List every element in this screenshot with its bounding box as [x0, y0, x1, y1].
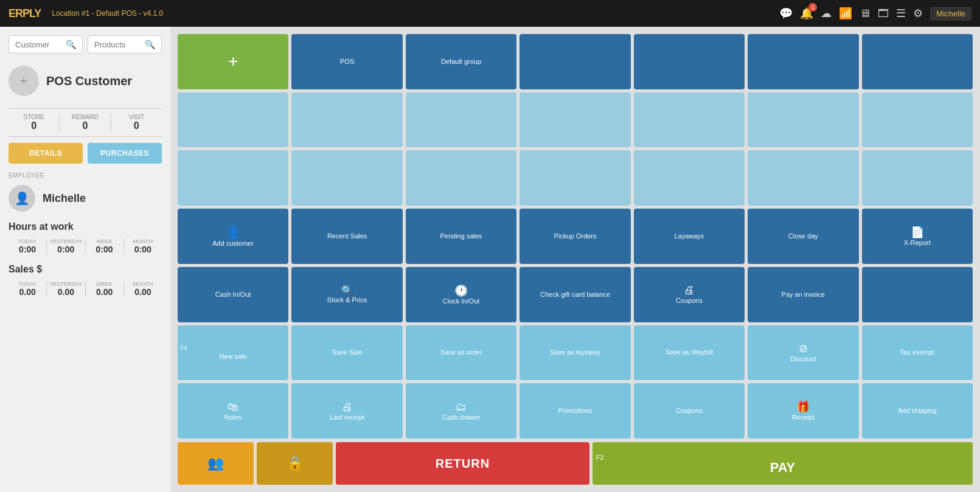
- user-menu[interactable]: Michelle: [930, 7, 971, 21]
- grid-r1-c6[interactable]: [748, 34, 858, 89]
- hours-today-value: 0:00: [9, 244, 46, 254]
- settings-icon[interactable]: ⚙: [913, 7, 923, 20]
- sales-stats: TODAY 0.00 YESTERDAY 0.00 WEEK 0.00 MONT…: [9, 281, 162, 297]
- customer-search-icon: 🔍: [66, 40, 76, 49]
- pay-label: PAY: [770, 460, 796, 476]
- add-shipping-button[interactable]: Add shipping: [862, 383, 973, 438]
- grid-r2-c6[interactable]: [748, 92, 858, 148]
- save-as-waybill-button[interactable]: Save as Waybill: [634, 325, 745, 381]
- notes-button[interactable]: 🛍 Notes: [178, 383, 288, 438]
- customer-search-box[interactable]: 🔍: [9, 35, 83, 54]
- pickup-orders-button[interactable]: Pickup Orders: [520, 209, 630, 264]
- return-button[interactable]: RETURN: [336, 442, 589, 485]
- store-value: 0: [9, 120, 59, 131]
- products-search-icon: 🔍: [145, 40, 155, 49]
- close-day-button[interactable]: Close day: [748, 209, 858, 264]
- default-group-button[interactable]: Default group: [406, 34, 516, 89]
- grid-row-4: 👤 Add customer Recent Sales Pending sale…: [178, 209, 973, 264]
- sales-month-value: 0.00: [124, 287, 162, 297]
- reward-stat: REWARD 0: [60, 114, 111, 131]
- check-gift-card-button[interactable]: Check gift card balance: [520, 267, 630, 322]
- save-as-layaway-button[interactable]: Save as layaway: [520, 325, 630, 381]
- products-search-box[interactable]: 🔍: [88, 35, 162, 54]
- grid-r3-c1[interactable]: [178, 150, 288, 206]
- screen-icon[interactable]: 🖥: [860, 7, 871, 20]
- cloud-icon[interactable]: ☁: [821, 7, 832, 20]
- promotions-button[interactable]: Promotions: [520, 383, 630, 438]
- cash-inout-button[interactable]: Cash In/Out: [178, 267, 288, 322]
- visit-label: VISIT: [111, 114, 162, 120]
- grid-r3-c2[interactable]: [291, 150, 402, 206]
- recent-sales-button[interactable]: Recent Sales: [291, 209, 402, 264]
- pay-button[interactable]: F2 PAY: [593, 442, 973, 485]
- main-layout: 🔍 🔍 + POS Customer STORE 0 REWARD 0 VISI…: [0, 27, 980, 492]
- receipt-button[interactable]: 🎁 Receipt: [748, 383, 858, 438]
- grid-r2-c1[interactable]: [178, 92, 288, 148]
- store-stat: STORE 0: [9, 114, 60, 131]
- sales-today-label: TODAY: [9, 281, 46, 287]
- right-panel: + POS Default group: [170, 27, 980, 492]
- layaways-button[interactable]: Layaways: [634, 209, 745, 264]
- x-report-button[interactable]: 📄 X-Report: [862, 209, 973, 264]
- pending-sales-button[interactable]: Pending sales: [406, 209, 516, 264]
- left-panel: 🔍 🔍 + POS Customer STORE 0 REWARD 0 VISI…: [0, 27, 170, 492]
- grid-row-6: F4 New sale Save Sale Save as order Save…: [178, 325, 973, 381]
- grid-r2-c5[interactable]: [634, 92, 745, 148]
- stock-price-icon: 🔍: [341, 285, 353, 296]
- sales-week: WEEK 0.00: [86, 281, 124, 297]
- grid-r3-c4[interactable]: [520, 150, 630, 206]
- add-customer-icon: 👤: [226, 225, 241, 240]
- grid-r3-c7[interactable]: [862, 150, 973, 206]
- grid-r2-c4[interactable]: [520, 92, 630, 148]
- coupons-print-button[interactable]: 🖨 Coupons: [634, 267, 745, 322]
- discount-icon: ⊘: [799, 342, 808, 355]
- clock-inout-button[interactable]: 🕐 Clock In/Out: [406, 267, 516, 322]
- browser-icon[interactable]: 🗔: [878, 7, 889, 20]
- grid-r2-c3[interactable]: [406, 92, 516, 148]
- sales-month: MONTH 0.00: [124, 281, 162, 297]
- menu-icon[interactable]: ☰: [896, 7, 906, 20]
- hours-month-value: 0:00: [124, 244, 162, 254]
- hours-month-label: MONTH: [124, 238, 162, 244]
- grid-r1-c4[interactable]: [520, 34, 630, 89]
- cash-drawer-button[interactable]: 🗂 Cash drawer: [406, 383, 516, 438]
- customers-button[interactable]: 👥: [178, 442, 254, 485]
- print-icon: 🖨: [684, 284, 695, 297]
- chat-icon[interactable]: 💬: [779, 7, 793, 20]
- grid-r5-c7[interactable]: [862, 267, 973, 322]
- sales-yesterday-value: 0.00: [47, 287, 85, 297]
- grid-r2-c7[interactable]: [862, 92, 973, 148]
- grid-r3-c5[interactable]: [634, 150, 745, 206]
- details-button[interactable]: DETAILS: [9, 143, 83, 164]
- search-row: 🔍 🔍: [9, 35, 162, 54]
- last-receipt-button[interactable]: 🖨 Last receipt: [291, 383, 402, 438]
- navbar: ERPLY Location #1 - Default POS - v4.1.0…: [0, 0, 980, 27]
- hours-month: MONTH 0:00: [124, 238, 162, 254]
- grid-r1-c5[interactable]: [634, 34, 745, 89]
- employee-avatar: 👤: [9, 185, 35, 212]
- stock-price-button[interactable]: 🔍 Stock & Price: [291, 267, 402, 322]
- discount-button[interactable]: ⊘ Discount: [748, 325, 858, 381]
- signal-icon[interactable]: 📶: [839, 7, 852, 20]
- grid-r1-c7[interactable]: [862, 34, 973, 89]
- save-sale-button[interactable]: Save Sale: [291, 325, 402, 381]
- grid-r3-c6[interactable]: [748, 150, 858, 206]
- coupons-button[interactable]: Coupons: [634, 383, 745, 438]
- grid-r3-c3[interactable]: [406, 150, 516, 206]
- employee-label: EMPLOYEE: [9, 172, 162, 179]
- lock-button[interactable]: 🔒: [257, 442, 333, 485]
- pay-invoice-button[interactable]: Pay an invoice: [748, 267, 858, 322]
- sales-yesterday-label: YESTERDAY: [47, 281, 85, 287]
- tax-exempt-button[interactable]: Tax exempt: [862, 325, 973, 381]
- new-sale-button[interactable]: F4 New sale: [178, 325, 288, 381]
- save-as-order-button[interactable]: Save as order: [406, 325, 516, 381]
- alert-icon[interactable]: 🔔1: [800, 7, 813, 20]
- add-customer-button[interactable]: 👤 Add customer: [178, 209, 288, 264]
- customer-search-input[interactable]: [15, 40, 62, 49]
- pos-button[interactable]: POS: [291, 34, 402, 89]
- add-button[interactable]: +: [178, 34, 288, 89]
- purchases-button[interactable]: PURCHASES: [88, 143, 162, 164]
- grid-area: + POS Default group: [178, 34, 973, 438]
- products-search-input[interactable]: [94, 40, 141, 49]
- grid-r2-c2[interactable]: [291, 92, 402, 148]
